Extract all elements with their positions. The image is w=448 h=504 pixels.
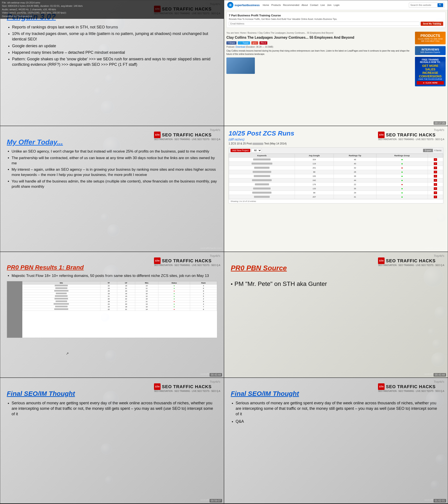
status-green: ● — [158, 305, 190, 308]
dot-green: ● — [401, 195, 403, 198]
file-info: File: sth-webinar-may-19-2014.wmv — [2, 1, 40, 4]
mouse-cursor: ↗ — [66, 351, 69, 356]
zcs-add-button[interactable]: Add New Project — [231, 149, 250, 152]
sfb-logo: superfastbusiness — [227, 2, 260, 8]
offer-bullet-2: The partnership will be contracted, eith… — [12, 155, 217, 166]
search-input[interactable] — [410, 4, 437, 6]
pbn-results-bullets: Majestic Trust Flow 18+ 10+ referring do… — [7, 273, 217, 278]
sth-text-pbn: SEO TRAFFIC HACKS — [162, 258, 212, 263]
logo-brand-pbn: Tray4d's — [154, 254, 220, 257]
size-info: Size: 6804329.2 bytes (64.89 MiB), durat… — [2, 5, 83, 7]
pbn-col-6: Rank — [190, 281, 217, 284]
penguin-bullets: Reports of rankings drops last week in S… — [7, 24, 217, 67]
nav-recommended[interactable]: Recommended — [283, 4, 299, 6]
dot-red: ● — [401, 166, 403, 169]
promo-box: FREE TRAINING REVEALS HOW TO: GET MORE S… — [415, 57, 446, 86]
products-button[interactable]: PRODUCTS CLICK HERE TO SEE HOW WE CAN HE… — [415, 32, 446, 44]
row-action-button[interactable]: × — [434, 175, 437, 178]
promo-cta-button[interactable]: ► CLICK HERE — [417, 81, 444, 85]
sfb-search-box[interactable]: 🔍 — [409, 3, 445, 8]
bullet-3: Google denies an update — [12, 43, 217, 49]
table-row: 32446 ● × — [229, 158, 443, 162]
col-actions — [428, 154, 443, 158]
pin-button[interactable]: Pin it — [259, 41, 267, 45]
status-red: ● — [158, 300, 190, 303]
podcast-info: Podcast: Download (Duration: 36:28 — 33.… — [226, 46, 413, 48]
pbn-source-body: • PM "Mr. Pete" on STH aka Gunter — [231, 279, 441, 288]
dot-red: ● — [401, 183, 403, 186]
facebook-share-button[interactable]: f Share — [226, 41, 236, 45]
interviews-button[interactable]: INTERVIEWS With Business Experts — [415, 46, 446, 55]
sth-subtitle-source: SEO INNOVATION · SEO TRAINING · LIVE SEO… — [378, 264, 444, 267]
logo-brand-zcs: Tray4d's — [378, 128, 444, 132]
pbn-row: 211912●5 — [22, 295, 217, 297]
tweet-button[interactable]: 🐦 Tweet — [238, 41, 250, 45]
table-row: 8828 ● × — [229, 170, 443, 174]
social-bar: f Share 🐦 Tweet g+1 Pin it — [226, 41, 413, 45]
nav-contact[interactable]: Contact — [310, 4, 318, 6]
pbn-data-area: Site TF CF RDs Status Rank 221814●4 1921… — [22, 281, 217, 338]
sfb-nav-links[interactable]: Home Products Recommended About Contact … — [263, 4, 406, 6]
row-action-button[interactable]: × — [434, 183, 437, 186]
row-action-button[interactable]: × — [434, 166, 437, 169]
sth-subtitle-zcs: SEO INNOVATION · SEO TRAINING · LIVE SEO… — [378, 138, 444, 141]
row-action-button[interactable]: × — [434, 171, 437, 173]
timestamp-sfb: 00:17:20 — [434, 121, 446, 125]
nav-join[interactable]: Join — [327, 4, 331, 6]
podcast-meta: (Duration: 36:28 — 33.5MB) — [246, 46, 273, 48]
nav-login[interactable]: Login — [334, 4, 339, 6]
gplus-button[interactable]: g+1 — [251, 41, 258, 45]
interviews-label: INTERVIEWS — [417, 48, 443, 51]
logo-icon-offer: STH — [154, 132, 160, 138]
row-action-button[interactable]: × — [434, 196, 437, 198]
sfb-lead-box: 7 Part Business Profit Training Course R… — [226, 12, 446, 28]
nav-live[interactable]: Live — [320, 4, 325, 6]
pbn-row: 252013●8 — [22, 289, 217, 292]
offer-bullet-1: Unlike an SEO agency, I won't charge for… — [12, 149, 217, 154]
dot-green: ● — [401, 179, 403, 182]
row-action-button[interactable]: × — [434, 187, 437, 190]
table-row: 15538 ● × — [229, 174, 443, 178]
row-action-button[interactable]: × — [434, 162, 437, 165]
products-widget: PRODUCTS CLICK HERE TO SEE HOW WE CAN HE… — [415, 32, 446, 44]
email-input[interactable] — [229, 22, 420, 26]
zcs-footer: Showing 1 to 10 of 10 entries — [229, 199, 443, 203]
row-action-button[interactable]: × — [434, 179, 437, 182]
dot-green: ● — [401, 187, 403, 190]
pbn-row: 191810●7 — [22, 305, 217, 308]
nav-about[interactable]: About — [301, 4, 308, 6]
search-button[interactable]: 🔍 — [437, 3, 443, 7]
logo-brand-source: Tray4d's — [378, 254, 444, 257]
pbn-gray-col — [7, 281, 22, 338]
lead-title: 7 Part Business Profit Training Course — [229, 14, 443, 17]
dot-green: ● — [401, 158, 403, 161]
bullet-1: Reports of rankings drops last week in S… — [12, 24, 217, 30]
timestamp-pbn: 00:43:44 — [210, 373, 222, 377]
sth-subtitle-final1: SEO INNOVATION · SEO TRAINING · LIVE SEO… — [154, 390, 220, 392]
bullet-5: Pattern: Google shakes up the 'snow glob… — [12, 56, 217, 67]
send-training-button[interactable]: Send My Training — [421, 22, 443, 26]
status-green: ● — [158, 292, 190, 295]
final1-bullets: Serious amounts of money are getting spe… — [7, 400, 217, 417]
status-green: ● — [158, 287, 190, 289]
sfb-main-content: You are here: Home / Business / Clay Col… — [226, 32, 413, 88]
pbn-screenshot-table: Site TF CF RDs Status Rank 221814●4 1921… — [7, 281, 217, 338]
zcs-filter-select[interactable]: All — [252, 148, 262, 153]
row-action-button[interactable]: × — [434, 158, 437, 161]
products-sub: CLICK HERE TO SEE HOW WE CAN HELP YOU — [417, 38, 443, 42]
zcs-export-button[interactable]: Export — [423, 149, 433, 152]
nav-home[interactable]: Home — [263, 4, 269, 6]
row-action-button[interactable]: × — [434, 191, 437, 194]
lead-form: Send My Training — [229, 22, 443, 26]
table-row: 20132 ● × — [229, 166, 443, 170]
nav-products[interactable]: Products — [271, 4, 281, 6]
logo-brand-offer: Tray4d's — [154, 128, 220, 132]
podcast-download-link[interactable]: Download — [235, 46, 245, 48]
breadcrumb: You are here: Home / Business / Clay Col… — [226, 32, 413, 34]
generated-info: Generated by Thumbnail.me — [2, 15, 32, 18]
timestamp-final2: 01:02:01 — [434, 499, 446, 503]
promo-widget: FREE TRAINING REVEALS HOW TO: GET MORE S… — [415, 57, 446, 86]
sth-subtitle-final2: SEO INNOVATION · SEO TRAINING · LIVE SEO… — [378, 390, 444, 392]
status-green: ● — [158, 303, 190, 305]
final2-bullet-1: Serious amounts of money are getting spe… — [235, 400, 441, 417]
